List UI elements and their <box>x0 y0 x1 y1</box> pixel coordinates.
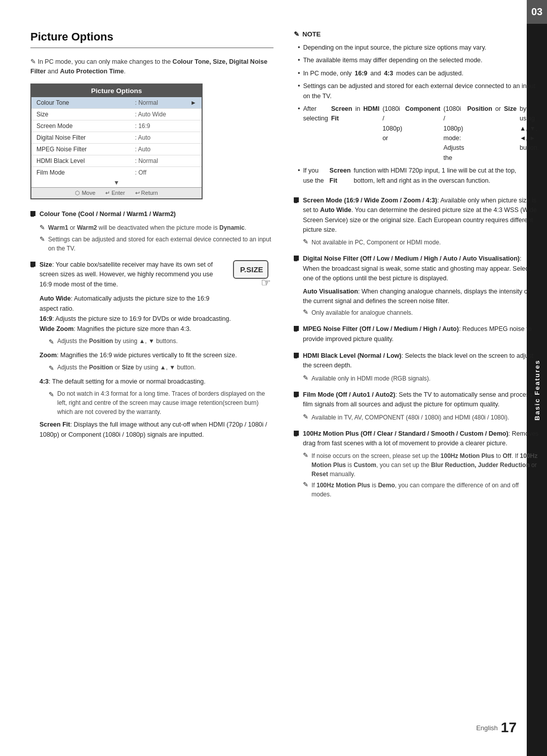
hdmi-black-text: HDMI Black Level (Normal / Low): Selects… <box>303 351 539 371</box>
bullet-square-icon: ■ <box>294 326 299 331</box>
100hz-bullet: ■ 100Hz Motion Plus (Off / Clear / Stand… <box>294 429 539 449</box>
table-cell-label: Digital Noise Filter <box>31 132 130 143</box>
table-cell-label: MPEG Noise Filter <box>31 143 130 155</box>
table-cell-label: Screen Mode <box>31 120 130 132</box>
enter-icon: ↵ <box>105 190 110 196</box>
pencil-icon: ✎ <box>49 390 54 400</box>
auto-wide-para: Auto Wide: Automatically adjusts the pic… <box>40 293 274 314</box>
film-mode-section: ■ Film Mode (Off / Auto1 / Auto2): Sets … <box>294 390 539 422</box>
note-item: After selecting Screen Fit in HDMI (1080… <box>294 104 539 163</box>
nav-move: ⬡ Move <box>75 190 95 196</box>
move-arrows-icon: ⬡ <box>75 190 80 196</box>
bullet-square-icon: ■ <box>30 262 35 267</box>
note-item: The available items may differ depending… <box>294 56 539 65</box>
page-title: Picture Options <box>30 30 274 48</box>
table-cell-label: Film Mode <box>31 166 130 178</box>
size-section: P.SIZE ☞ ■ Size: Your cable box/satellit… <box>30 260 274 440</box>
100hz-section: ■ 100Hz Motion Plus (Off / Clear / Stand… <box>294 429 539 499</box>
footer-language: English <box>476 724 498 732</box>
nav-return: ↩ Return <box>135 190 158 196</box>
return-icon: ↩ <box>135 190 140 196</box>
intro-text: ✎ In PC mode, you can only make changes … <box>30 57 274 76</box>
pencil-icon: ✎ <box>303 374 308 382</box>
table-row[interactable]: Screen Mode : 16:9 <box>31 120 202 132</box>
colour-tone-bullet: ■ Colour Tone (Cool / Normal / Warm1 / W… <box>30 209 274 219</box>
bullet-square-icon: ■ <box>294 431 299 436</box>
size-text: Size: Your cable box/satellite receiver … <box>40 260 225 289</box>
pencil-icon: ✎ <box>49 363 54 374</box>
hdmi-black-note: ✎ Available only in HDMI mode (RGB signa… <box>303 374 539 383</box>
settings-stored-text: Settings can be adjusted and stored for … <box>48 235 274 253</box>
pencil-icon: ✎ <box>49 337 54 348</box>
digital-noise-text: Digital Noise Filter (Off / Low / Medium… <box>303 254 539 283</box>
16-9-para: 16:9: Adjusts the picture size to 16:9 f… <box>40 314 274 324</box>
note-header: ✎ NOTE <box>294 30 539 38</box>
table-cell-value: : Auto <box>130 143 202 155</box>
size-bullet: ■ Size: Your cable box/satellite receive… <box>30 260 225 289</box>
table-row[interactable]: Size : Auto Wide <box>31 108 202 120</box>
mpeg-noise-section: ■ MPEG Noise Filter (Off / Low / Medium … <box>294 324 539 344</box>
bullet-square-icon: ■ <box>30 211 35 216</box>
note-label: NOTE <box>302 30 321 38</box>
film-mode-note-text: Available in TV, AV, COMPONENT (480i / 1… <box>311 413 509 422</box>
zoom-note-text: Adjusts the Position or Size by using ▲,… <box>57 363 196 372</box>
100hz-note2: ✎ If 100Hz Motion Plus is Demo, you can … <box>303 481 539 499</box>
note-pencil-icon: ✎ <box>294 30 299 38</box>
pencil-icon: ✎ <box>303 238 308 245</box>
wide-zoom-para: Wide Zoom: Magnifies the picture size mo… <box>40 324 274 334</box>
wide-zoom-note-text: Adjusts the Position by using ▲, ▼ butto… <box>57 337 178 346</box>
note-item: If you use the Screen Fit function with … <box>294 166 539 186</box>
hdmi-black-note-text: Available only in HDMI mode (RGB signals… <box>311 374 431 383</box>
wide-zoom-note: ✎ Adjusts the Position by using ▲, ▼ but… <box>49 337 274 348</box>
pencil-icon: ✎ <box>40 224 45 231</box>
table-cell-label: HDMI Black Level <box>31 155 130 166</box>
film-mode-bullet: ■ Film Mode (Off / Auto1 / Auto2): Sets … <box>294 390 539 410</box>
content-wrapper: Picture Options ✎ In PC mode, you can on… <box>30 30 517 726</box>
table-cell-value: : Off <box>130 166 202 178</box>
screen-mode-note: ✎ Not available in PC, Component or HDMI… <box>303 238 539 247</box>
screen-fit-para: Screen Fit: Displays the full image with… <box>40 419 274 440</box>
table-cell-value: : 16:9 <box>130 120 202 132</box>
auto-visualisation-text: Auto Visualisation: When changing analog… <box>303 287 539 307</box>
table-row[interactable]: Film Mode : Off <box>31 166 202 178</box>
digital-noise-note-text: Only available for analogue channels. <box>311 308 413 317</box>
options-table-header: Picture Options <box>31 85 202 97</box>
screen-mode-text: Screen Mode (16:9 / Wide Zoom / Zoom / 4… <box>303 196 539 235</box>
psize-wrapper: P.SIZE ☞ <box>233 260 268 289</box>
table-row[interactable]: MPEG Noise Filter : Auto <box>31 143 202 155</box>
bullet-square-icon: ■ <box>294 256 299 261</box>
size-details: Auto Wide: Automatically adjusts the pic… <box>40 293 274 440</box>
warm-deactivated-note: ✎ Warm1 or Warm2 will be deactivated whe… <box>40 223 274 232</box>
pencil-icon: ✎ <box>303 451 308 459</box>
film-mode-note: ✎ Available in TV, AV, COMPONENT (480i /… <box>303 413 539 422</box>
film-mode-text: Film Mode (Off / Auto1 / Auto2): Sets th… <box>303 390 539 410</box>
table-cell-label: Size <box>31 108 130 120</box>
table-cell-value: : Auto Wide <box>130 108 202 120</box>
table-row[interactable]: HDMI Black Level : Normal <box>31 155 202 166</box>
digital-noise-bullet: ■ Digital Noise Filter (Off / Low / Medi… <box>294 254 539 283</box>
mpeg-noise-text: MPEG Noise Filter (Off / Low / Medium / … <box>303 324 539 344</box>
4-3-note-text: Do not watch in 4:3 format for a long ti… <box>57 389 274 416</box>
footer-page-number: 17 <box>501 720 517 736</box>
note-item: In PC mode, only 16:9 and 4:3 modes can … <box>294 69 539 78</box>
pencil-icon: ✎ <box>303 308 308 316</box>
screen-mode-bullet: ■ Screen Mode (16:9 / Wide Zoom / Zoom /… <box>294 196 539 235</box>
screen-mode-section: ■ Screen Mode (16:9 / Wide Zoom / Zoom /… <box>294 196 539 247</box>
right-column: ✎ NOTE Depending on the input source, th… <box>294 30 547 726</box>
pencil-icon: ✎ <box>40 235 45 243</box>
100hz-note2-text: If 100Hz Motion Plus is Demo, you can co… <box>311 481 539 499</box>
settings-stored-note: ✎ Settings can be adjusted and stored fo… <box>40 235 274 253</box>
digital-noise-note: ✎ Only available for analogue channels. <box>303 308 539 317</box>
4-3-note: ✎ Do not watch in 4:3 format for a long … <box>49 389 274 416</box>
warm-deactivated-text: Warm1 or Warm2 will be deactivated when … <box>48 223 246 232</box>
table-row[interactable]: Colour Tone : Normal ► <box>31 97 202 109</box>
100hz-text: 100Hz Motion Plus (Off / Clear / Standar… <box>303 429 539 449</box>
note-list: Depending on the input source, the pictu… <box>294 43 539 186</box>
table-cell-value: : Normal ► <box>130 97 202 109</box>
table-cell-value: : Auto <box>130 132 202 143</box>
pencil-icon: ✎ <box>303 413 308 421</box>
psize-button: P.SIZE <box>233 260 268 279</box>
hdmi-black-bullet: ■ HDMI Black Level (Normal / Low): Selec… <box>294 351 539 371</box>
digital-noise-section: ■ Digital Noise Filter (Off / Low / Medi… <box>294 254 539 317</box>
table-row[interactable]: Digital Noise Filter : Auto <box>31 132 202 143</box>
